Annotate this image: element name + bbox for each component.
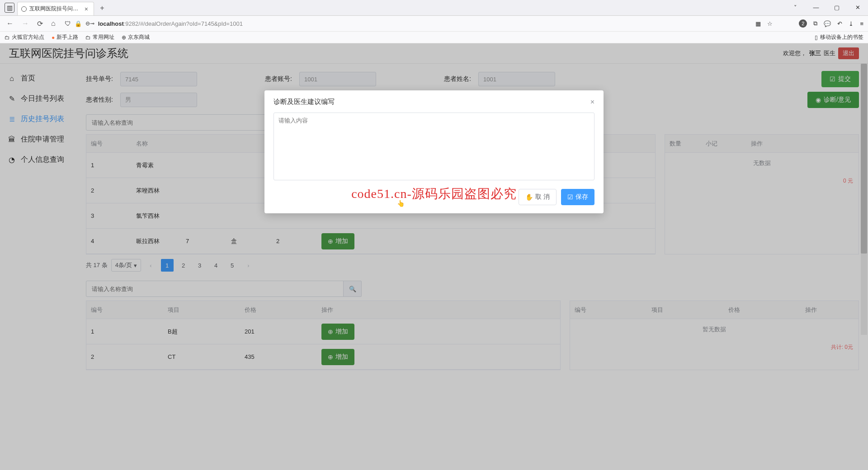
bookmark-item[interactable]: 🗀火狐官方站点: [5, 33, 44, 41]
diagnosis-modal: 诊断及医生建议编写 × ✋取 消 ☑保存: [264, 90, 604, 213]
close-icon[interactable]: ×: [83, 5, 90, 13]
tab-favicon: [21, 6, 27, 12]
undo-icon[interactable]: ↶: [837, 20, 842, 27]
firefox-icon: ●: [52, 34, 55, 41]
cancel-button[interactable]: ✋取 消: [519, 189, 557, 205]
tab-list-icon[interactable]: ▥: [5, 3, 14, 13]
bookmark-item[interactable]: 🗀常用网址: [85, 33, 114, 41]
home-icon[interactable]: ⌂: [49, 19, 57, 28]
bookmark-bar: 🗀火狐官方站点 ●新手上路 🗀常用网址 ⊕京东商城 ▯移动设备上的书签: [0, 32, 868, 43]
mobile-icon: ▯: [815, 34, 818, 41]
browser-tab[interactable]: 互联网医院挂号问诊系统 ×: [17, 2, 94, 15]
globe-icon: ⊕: [122, 34, 126, 41]
minimize-icon[interactable]: —: [806, 0, 826, 15]
chevron-down-icon[interactable]: ˅: [785, 0, 806, 15]
qr-icon[interactable]: ▦: [755, 20, 761, 27]
folder-icon: 🗀: [85, 34, 91, 41]
modal-title: 诊断及医生建议编写: [274, 98, 335, 106]
menu-icon[interactable]: ≡: [860, 20, 863, 27]
forward-icon[interactable]: →: [20, 19, 31, 28]
close-icon[interactable]: ×: [590, 98, 594, 106]
reload-icon[interactable]: ⟳: [35, 19, 45, 29]
notif-badge[interactable]: 2: [799, 19, 807, 28]
lock-icon: 🔒: [75, 20, 82, 27]
star-icon[interactable]: ☆: [767, 20, 773, 27]
chat-icon[interactable]: 💬: [824, 20, 831, 27]
back-icon[interactable]: ←: [5, 19, 15, 28]
window-controls: ˅ — ▢ ✕: [785, 0, 868, 15]
toggle-icon: ⊖⊸: [85, 20, 94, 27]
bookmark-item[interactable]: ●新手上路: [52, 33, 78, 41]
close-window-icon[interactable]: ✕: [847, 0, 868, 15]
shield-icon: 🛡: [65, 20, 71, 27]
folder-icon: 🗀: [5, 34, 10, 41]
address-bar[interactable]: 🛡 🔒 ⊖⊸ localhost:9282/#/dealOrderAgain?o…: [65, 20, 243, 27]
url-text: localhost:9282/#/dealOrderAgain?oId=7145…: [98, 20, 243, 27]
bookmark-item[interactable]: ⊕京东商城: [122, 33, 150, 41]
extension-icon[interactable]: ⧉: [813, 20, 817, 27]
browser-navbar: ← → ⟳ ⌂ 🛡 🔒 ⊖⊸ localhost:9282/#/dealOrde…: [0, 16, 868, 32]
save-button[interactable]: ☑保存: [561, 189, 594, 205]
browser-tabbar: ▥ 互联网医院挂号问诊系统 × + ˅ — ▢ ✕: [0, 0, 868, 16]
tab-title: 互联网医院挂号问诊系统: [29, 5, 83, 13]
save-page-icon[interactable]: ⤓: [849, 20, 854, 27]
hand-icon: ✋: [525, 193, 533, 201]
diagnosis-textarea[interactable]: [274, 113, 594, 180]
maximize-icon[interactable]: ▢: [826, 0, 847, 15]
mobile-bookmark[interactable]: ▯移动设备上的书签: [815, 33, 863, 41]
check-icon: ☑: [567, 193, 573, 201]
new-tab-button[interactable]: +: [96, 2, 108, 14]
